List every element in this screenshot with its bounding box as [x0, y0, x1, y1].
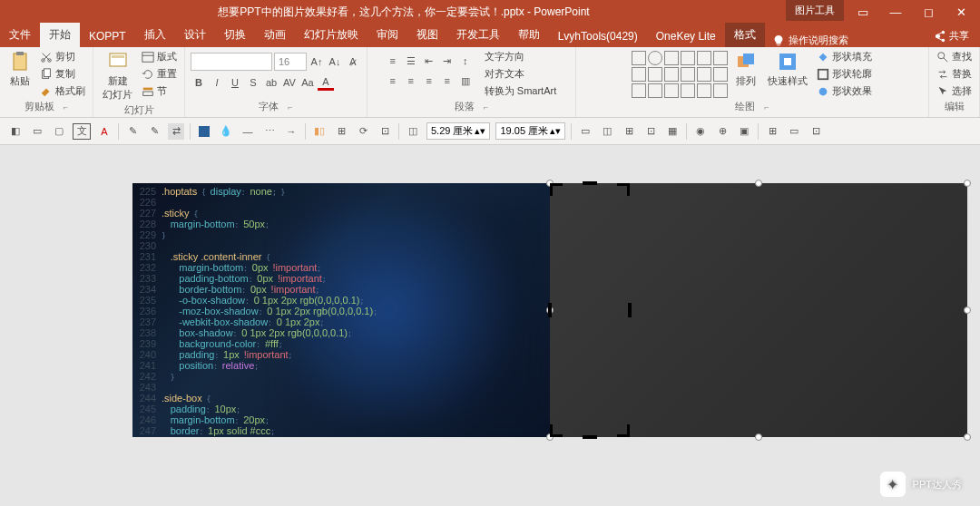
qat-more-7[interactable]: ⊕	[714, 123, 730, 140]
qat-align-icon[interactable]: ⊞	[333, 123, 349, 140]
left-image[interactable]: 225.hoptats { display: none; } 226 227.s…	[132, 183, 550, 437]
shape-effects-button[interactable]: 形状效果	[815, 83, 874, 99]
spacing-button[interactable]: AV	[281, 74, 298, 91]
tab-file[interactable]: 文件	[0, 23, 40, 47]
drawing-dialog-launcher[interactable]: ⌐	[764, 102, 769, 112]
tab-koppt[interactable]: KOPPT	[80, 25, 135, 47]
font-color-button[interactable]: A	[318, 74, 334, 91]
qat-btn-1[interactable]: ◧	[7, 123, 24, 140]
share-button[interactable]: 共享	[922, 24, 980, 47]
qat-btn-5[interactable]: A	[96, 123, 113, 140]
resize-handle[interactable]	[964, 433, 971, 441]
format-painter-button[interactable]: 格式刷	[38, 83, 87, 99]
font-name-combo[interactable]	[191, 53, 272, 71]
line-spacing-button[interactable]: ↕	[457, 53, 474, 69]
align-center-button[interactable]: ≡	[403, 73, 419, 89]
numbering-button[interactable]: ☰	[403, 53, 419, 69]
crop-corner-tl[interactable]	[550, 183, 564, 198]
bold-button[interactable]: B	[191, 74, 207, 91]
qat-more-6[interactable]: ◉	[692, 123, 709, 140]
select-button[interactable]: 选择	[935, 83, 974, 99]
qat-more-2[interactable]: ◫	[599, 123, 615, 140]
shrink-font-button[interactable]: A↓	[327, 54, 343, 70]
qat-more-3[interactable]: ⊞	[621, 123, 637, 140]
layout-button[interactable]: 版式	[140, 49, 179, 64]
quick-styles-button[interactable]: 快速样式	[764, 49, 811, 90]
tab-review[interactable]: 审阅	[368, 23, 407, 47]
tab-help[interactable]: 帮助	[509, 23, 549, 47]
shape-outline-button[interactable]: 形状轮廓	[815, 66, 874, 82]
height-input[interactable]: 5.29 厘米▴▾	[426, 122, 490, 140]
find-button[interactable]: 查找	[935, 49, 974, 64]
slide-canvas[interactable]: 225.hoptats { display: none; } 226 227.s…	[0, 145, 980, 506]
crop-side-top[interactable]	[583, 181, 597, 185]
maximize-button[interactable]: ◻	[916, 5, 940, 19]
arrange-button[interactable]: 排列	[731, 49, 760, 90]
qat-btn-3[interactable]: ▢	[51, 123, 67, 140]
qat-more-5[interactable]: ▦	[664, 123, 681, 140]
qat-btn-2[interactable]: ▭	[29, 123, 45, 140]
cut-button[interactable]: 剪切	[38, 49, 87, 64]
tab-insert[interactable]: 插入	[135, 23, 175, 47]
picture-tools-tab[interactable]: 图片工具	[786, 0, 844, 21]
qat-pen-1[interactable]: ✎	[124, 123, 141, 140]
replace-button[interactable]: 替换	[935, 66, 974, 82]
tab-developer[interactable]: 开发工具	[447, 23, 509, 47]
font-dialog-launcher[interactable]: ⌐	[288, 102, 292, 112]
qat-rotate-icon[interactable]: ⟳	[355, 123, 371, 140]
italic-button[interactable]: I	[209, 74, 225, 91]
tab-design[interactable]: 设计	[175, 23, 215, 47]
crop-corner-br[interactable]	[615, 423, 630, 437]
qat-more-4[interactable]: ⊡	[642, 123, 659, 140]
new-slide-button[interactable]: 新建 幻灯片	[99, 49, 136, 103]
slide-content[interactable]: 225.hoptats { display: none; } 226 227.s…	[132, 183, 967, 437]
crop-side-bottom[interactable]	[583, 435, 597, 439]
clear-format-button[interactable]: A̷	[345, 54, 361, 70]
section-button[interactable]: 节	[140, 83, 179, 99]
crop-side-left[interactable]	[548, 303, 552, 317]
qat-pen-2[interactable]: ✎	[146, 123, 162, 140]
strike-button[interactable]: S	[245, 74, 261, 91]
minimize-button[interactable]: —	[884, 5, 907, 19]
grow-font-button[interactable]: A↑	[309, 54, 325, 70]
qat-chart-icon[interactable]: ▮▯	[311, 123, 328, 140]
underline-button[interactable]: U	[227, 74, 243, 91]
tab-animation[interactable]: 动画	[255, 23, 295, 47]
crop-side-right[interactable]	[628, 303, 632, 317]
resize-handle[interactable]	[755, 433, 762, 441]
ribbon-options-icon[interactable]: ▭	[851, 5, 875, 19]
crop-corner-bl[interactable]	[550, 423, 564, 437]
qat-more-8[interactable]: ▣	[736, 123, 752, 140]
qat-pen-3[interactable]: ⇄	[168, 123, 184, 140]
tab-slideshow[interactable]: 幻灯片放映	[295, 23, 368, 47]
columns-button[interactable]: ▥	[457, 73, 474, 89]
qat-color-1[interactable]	[196, 123, 212, 140]
qat-textbox-icon[interactable]: 文	[73, 123, 91, 140]
qat-more-10[interactable]: ▭	[786, 123, 802, 140]
font-size-combo[interactable]: 16	[274, 53, 307, 71]
qat-more-1[interactable]: ▭	[577, 123, 593, 140]
resize-handle[interactable]	[964, 307, 971, 314]
align-text-button[interactable]: 对齐文本	[483, 66, 558, 82]
justify-button[interactable]: ≡	[439, 73, 456, 89]
resize-handle[interactable]	[964, 180, 971, 187]
shape-fill-button[interactable]: 形状填充	[815, 49, 874, 64]
clipboard-dialog-launcher[interactable]: ⌐	[64, 102, 68, 112]
align-left-button[interactable]: ≡	[385, 73, 401, 89]
shadow-button[interactable]: ab	[263, 74, 279, 91]
right-image[interactable]	[550, 183, 967, 437]
tab-format[interactable]: 格式	[725, 23, 765, 47]
tab-view[interactable]: 视图	[407, 23, 447, 47]
close-button[interactable]: ✕	[949, 5, 973, 19]
qat-eyedropper-icon[interactable]: 💧	[218, 123, 234, 140]
align-right-button[interactable]: ≡	[421, 73, 437, 89]
para-dialog-launcher[interactable]: ⌐	[484, 102, 488, 112]
tell-me[interactable]: 操作说明搜索	[772, 34, 848, 47]
shapes-gallery[interactable]	[632, 49, 728, 98]
tab-onekey[interactable]: OneKey Lite	[647, 25, 725, 47]
reset-button[interactable]: 重置	[140, 66, 179, 82]
qat-group-icon[interactable]: ⊡	[377, 123, 393, 140]
tab-lvyhtools[interactable]: LvyhTools(0429)	[549, 25, 647, 47]
text-direction-button[interactable]: 文字方向	[483, 49, 558, 64]
qat-copy-icon[interactable]: ◫	[405, 123, 421, 140]
